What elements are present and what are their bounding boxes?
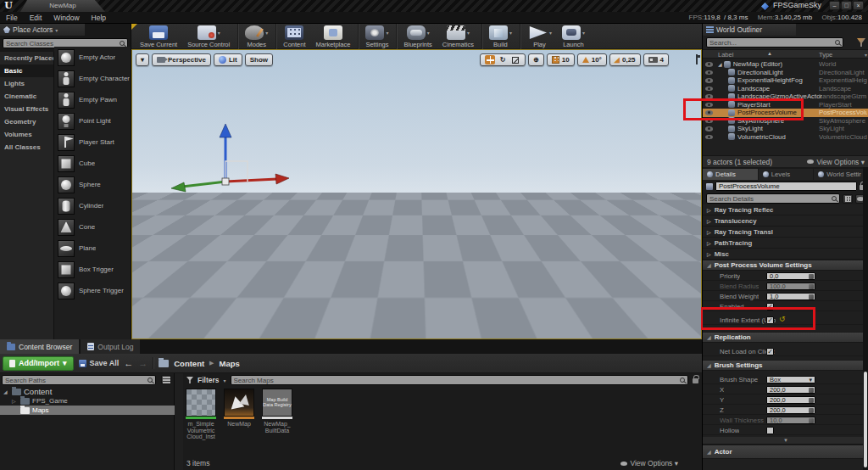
maximize-viewport-button[interactable] xyxy=(696,55,698,64)
title-bar[interactable]: U NewMap FPSGameSky – □ × xyxy=(0,0,868,12)
camera-speed-value[interactable]: 4 xyxy=(660,56,664,64)
breadcrumb-maps[interactable]: Maps xyxy=(220,359,240,368)
section-header[interactable]: ◢ Replication xyxy=(703,332,868,343)
place-actor-item[interactable]: Empty Character xyxy=(54,68,131,89)
place-actor-item[interactable]: Box Trigger xyxy=(54,259,131,280)
content-view-options[interactable]: View Options ▾ xyxy=(620,459,678,467)
place-actor-item[interactable]: Empty Pawn xyxy=(54,89,131,110)
outliner-row[interactable]: ◢ ExponentialHeightFog ExponentialHeigl xyxy=(703,76,868,85)
translate-gizmo[interactable] xyxy=(170,122,298,203)
details-tab[interactable]: World Settir xyxy=(814,169,868,180)
add-import-button[interactable]: Add/Import ▾ xyxy=(3,356,74,371)
visibility-eye-icon[interactable] xyxy=(705,87,713,92)
place-actor-item[interactable]: Cube xyxy=(54,153,131,174)
translate-tool-button[interactable] xyxy=(485,55,495,64)
outliner-row[interactable]: ◢ VolumetricCloud VolumetricCloud xyxy=(703,133,868,142)
lock-icon[interactable] xyxy=(693,378,698,383)
collapsed-section-header[interactable]: ▷ PathTracing xyxy=(703,238,868,249)
spinner-icon[interactable] xyxy=(809,418,814,423)
tree-caret-icon[interactable]: ▷ xyxy=(12,398,18,404)
place-actor-item[interactable]: Plane xyxy=(54,238,131,259)
place-actors-category[interactable]: Visual Effects xyxy=(0,103,53,115)
property-matrix-button[interactable] xyxy=(843,194,853,204)
actor-name-field[interactable]: PostProcessVolume xyxy=(715,182,857,191)
place-actors-category[interactable]: Lights xyxy=(0,77,53,90)
collapsed-section-header[interactable]: ▷ Misc xyxy=(703,249,868,260)
scale-snap-control[interactable]: ◢ 0,25 xyxy=(609,53,641,66)
save-all-button[interactable]: Save All xyxy=(79,359,120,367)
place-actors-category[interactable]: Basic xyxy=(0,64,53,77)
type-column-header[interactable]: Type xyxy=(819,51,832,59)
outliner-view-options[interactable]: View Options ▾ xyxy=(807,158,865,166)
property-value-field[interactable]: 0,0 xyxy=(766,272,815,280)
place-actors-category[interactable]: Geometry xyxy=(0,115,53,128)
details-tab[interactable]: Levels xyxy=(759,169,814,180)
place-actors-category[interactable]: Recently Placed xyxy=(0,52,53,64)
camera-speed-control[interactable]: 4 xyxy=(643,53,669,66)
property-value-field[interactable]: 200,0▾ xyxy=(766,386,815,394)
visibility-eye-icon[interactable] xyxy=(705,62,713,67)
place-actor-item[interactable]: Sphere Trigger xyxy=(54,280,131,301)
toolbar-button[interactable]: ▾ Build xyxy=(484,24,520,49)
grid-snap-control[interactable]: 10 xyxy=(547,53,575,66)
section-header[interactable]: ◢ Post Process Volume Settings xyxy=(703,260,868,271)
toolbar-button[interactable]: ▾ Marketplace xyxy=(311,24,359,49)
section-header[interactable]: ◢ Brush Settings xyxy=(703,360,868,371)
spinner-icon[interactable] xyxy=(809,274,814,279)
place-actors-tab[interactable]: Place Actors ▾ xyxy=(0,24,85,36)
spinner-icon[interactable] xyxy=(809,294,814,299)
filters-button[interactable]: Filters xyxy=(198,376,220,384)
asset-tile[interactable]: NewMap xyxy=(223,389,255,440)
viewport-options-dropdown[interactable]: ▾ xyxy=(136,53,149,66)
scale-tool-button[interactable] xyxy=(510,55,520,64)
label-column-header[interactable]: Label xyxy=(718,51,733,59)
place-actors-category[interactable]: All Classes xyxy=(0,141,53,154)
menu-item[interactable]: File xyxy=(0,12,24,24)
property-value-field[interactable]: Box▾ xyxy=(766,376,815,383)
spinner-icon[interactable] xyxy=(809,398,814,403)
toolbar-button[interactable]: ▾ Play xyxy=(522,24,557,49)
toolbar-button[interactable]: ▾ Content xyxy=(278,24,310,49)
spinner-icon[interactable] xyxy=(809,284,814,289)
folder-tree-row[interactable]: Maps xyxy=(0,406,175,415)
search-paths-input[interactable]: Search Paths xyxy=(2,375,156,385)
tree-caret-icon[interactable]: ◢ xyxy=(3,389,9,394)
toolbar-button[interactable]: ▾ Modes xyxy=(240,24,276,49)
collapsed-section-header[interactable]: ▷ Ray Tracing Transl xyxy=(703,227,868,238)
sources-view-button[interactable] xyxy=(161,375,171,384)
world-local-toggle[interactable]: ⊕ xyxy=(528,53,544,66)
grid-snap-value[interactable]: 10 xyxy=(562,56,570,64)
maximize-button[interactable]: □ xyxy=(841,1,852,10)
property-checkbox[interactable] xyxy=(766,348,774,355)
panel-tab[interactable]: Content Browser xyxy=(0,339,79,354)
minimize-button[interactable]: – xyxy=(829,1,840,10)
outliner-filter-icon[interactable] xyxy=(857,38,865,47)
visibility-eye-icon[interactable] xyxy=(705,78,713,83)
outliner-row[interactable]: ◢ Landscape Landscape xyxy=(703,85,868,93)
rotation-snap-control[interactable]: 10° xyxy=(577,53,607,66)
level-viewport[interactable]: ▾ Perspective Lit Show ↻ ⊕ 10 10° ◢ 0,25 xyxy=(131,49,702,339)
visibility-eye-icon[interactable] xyxy=(705,70,713,76)
toolbar-button[interactable]: ▾ Cinematics xyxy=(437,24,482,49)
visibility-eye-icon[interactable] xyxy=(705,135,713,140)
place-actor-item[interactable]: Sphere xyxy=(54,174,131,195)
close-button[interactable]: × xyxy=(853,1,864,10)
place-actor-item[interactable]: Empty Actor xyxy=(54,47,131,68)
player-start-actor[interactable] xyxy=(348,196,467,274)
place-actors-category[interactable]: Cinematic xyxy=(0,90,53,103)
property-value-field[interactable]: 100,0 xyxy=(766,283,815,290)
property-value-field[interactable]: 10,0▾ xyxy=(766,417,815,424)
visibility-eye-icon[interactable] xyxy=(705,126,713,131)
place-actors-category[interactable]: Volumes xyxy=(0,128,53,141)
property-value-field[interactable]: 200,0▾ xyxy=(766,396,815,404)
rotation-snap-value[interactable]: 10° xyxy=(592,56,602,64)
back-button[interactable]: ← xyxy=(124,359,133,368)
details-scrollbar-thumb[interactable] xyxy=(864,372,867,467)
asset-tile[interactable]: Map Build Data Registry NewMap_ BuiltDat… xyxy=(261,389,293,440)
place-actor-item[interactable]: Player Start xyxy=(54,131,131,153)
outliner-row[interactable]: ◢ NewMap (Editor) World xyxy=(703,60,868,69)
column-options-icon[interactable]: ▾ xyxy=(865,52,867,58)
breadcrumb-content[interactable]: Content xyxy=(174,359,204,368)
collapsed-section-header[interactable]: ▷ Ray Tracing Reflec xyxy=(703,204,868,215)
place-actor-item[interactable]: Cone xyxy=(54,216,131,238)
